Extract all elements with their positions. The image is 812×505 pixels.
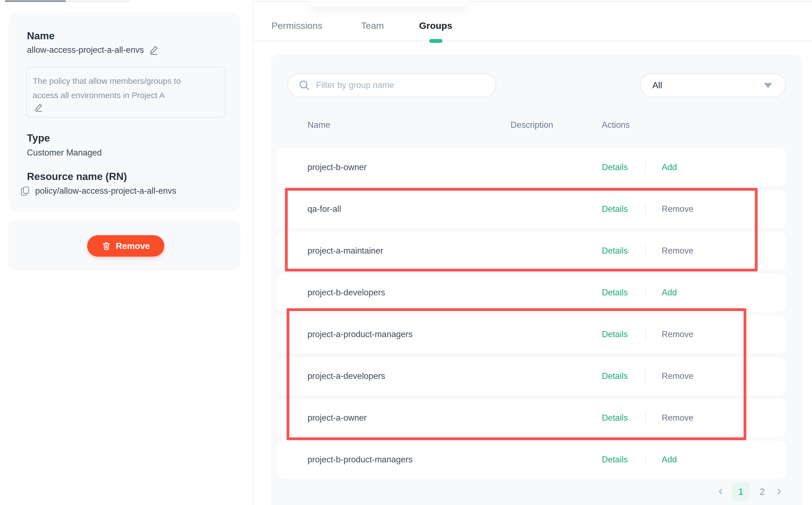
action-divider: [645, 412, 646, 424]
column-header-name: Name: [308, 120, 330, 130]
cutoff-popover-edge: [310, 0, 468, 7]
chevron-left-icon[interactable]: [717, 487, 725, 496]
danger-zone-card: Remove: [8, 219, 240, 270]
group-name: project-b-product-managers: [308, 455, 413, 465]
action-divider: [645, 454, 646, 466]
name-label: Name: [27, 30, 55, 42]
pagination: 1 2: [717, 482, 783, 501]
top-edge-line-dark: [5, 1, 66, 2]
chevron-down-icon: [764, 83, 772, 88]
details-link[interactable]: Details: [602, 204, 628, 214]
trash-icon: [102, 241, 111, 251]
tab-permissions[interactable]: Permissions: [272, 20, 322, 31]
edit-icon[interactable]: [148, 44, 159, 55]
group-name: qa-for-all: [308, 204, 341, 214]
rn-label: Resource name (RN): [27, 171, 127, 182]
type-value: Customer Managed: [27, 148, 102, 158]
action-divider: [645, 370, 646, 382]
group-filter: [288, 73, 496, 97]
filter-dropdown[interactable]: All: [640, 73, 786, 97]
chevron-right-icon[interactable]: [775, 487, 783, 496]
group-name: project-a-developers: [308, 371, 385, 381]
details-link[interactable]: Details: [602, 162, 628, 172]
page-button-1[interactable]: 1: [732, 482, 750, 501]
group-name: project-b-developers: [308, 288, 385, 298]
description-box[interactable]: The policy that allow members/groups to …: [26, 67, 225, 118]
action-divider: [645, 161, 646, 173]
table-row: qa-for-allDetailsRemove: [277, 190, 786, 228]
group-filter-input[interactable]: [316, 80, 470, 90]
group-name: project-b-owner: [308, 162, 366, 172]
tab-groups[interactable]: Groups: [419, 20, 452, 31]
remove-link[interactable]: Remove: [662, 371, 693, 381]
details-link[interactable]: Details: [602, 246, 628, 256]
table-row: project-a-developersDetailsRemove: [277, 357, 786, 395]
remove-button-label: Remove: [116, 241, 150, 251]
description-text: The policy that allow members/groups to …: [33, 74, 203, 103]
action-divider: [645, 203, 646, 215]
type-label: Type: [27, 133, 50, 144]
page-button-2[interactable]: 2: [757, 486, 768, 497]
add-link[interactable]: Add: [662, 455, 677, 465]
remove-link[interactable]: Remove: [662, 329, 693, 339]
table-row: project-a-product-managersDetailsRemove: [277, 315, 786, 353]
column-header-description: Description: [511, 120, 553, 130]
table-row: project-b-product-managersDetailsAdd: [277, 441, 786, 479]
tabs-divider: [254, 41, 812, 41]
tab-team[interactable]: Team: [361, 20, 384, 31]
top-edge-line-light: [66, 1, 130, 2]
rn-value: policy/allow-access-project-a-all-envs: [35, 186, 176, 196]
active-tab-indicator: [429, 39, 443, 43]
table-row: project-a-maintainerDetailsRemove: [277, 232, 786, 270]
table-row: project-a-ownerDetailsRemove: [277, 399, 786, 437]
edit-icon[interactable]: [34, 103, 44, 112]
policy-name-value: allow-access-project-a-all-envs: [27, 45, 144, 55]
action-divider: [645, 328, 646, 340]
details-link[interactable]: Details: [602, 371, 628, 381]
group-name: project-a-product-managers: [308, 329, 413, 339]
details-link[interactable]: Details: [602, 329, 628, 339]
details-link[interactable]: Details: [602, 288, 628, 298]
remove-link[interactable]: Remove: [662, 246, 693, 256]
dropdown-selected-value: All: [652, 80, 662, 91]
details-link[interactable]: Details: [602, 455, 628, 465]
groups-panel: All Name Description Actions project-b-o…: [271, 54, 802, 505]
policy-name-row: allow-access-project-a-all-envs: [27, 44, 159, 55]
column-header-actions: Actions: [602, 120, 630, 130]
group-name: project-a-owner: [308, 413, 366, 423]
add-link[interactable]: Add: [662, 288, 677, 298]
remove-link[interactable]: Remove: [662, 204, 693, 214]
panel-divider: [253, 0, 254, 505]
remove-policy-button[interactable]: Remove: [87, 235, 164, 257]
search-icon: [298, 79, 310, 91]
table-row: project-b-developersDetailsAdd: [277, 274, 786, 312]
group-name: project-a-maintainer: [308, 246, 383, 256]
policy-info-card: Name allow-access-project-a-all-envs The…: [8, 13, 240, 211]
add-link[interactable]: Add: [662, 162, 677, 172]
remove-link[interactable]: Remove: [662, 413, 693, 423]
action-divider: [645, 287, 646, 299]
details-link[interactable]: Details: [602, 413, 628, 423]
copy-icon[interactable]: [20, 186, 30, 196]
rn-row: policy/allow-access-project-a-all-envs: [20, 186, 176, 196]
table-row: project-b-ownerDetailsAdd: [277, 148, 786, 186]
action-divider: [645, 245, 646, 257]
